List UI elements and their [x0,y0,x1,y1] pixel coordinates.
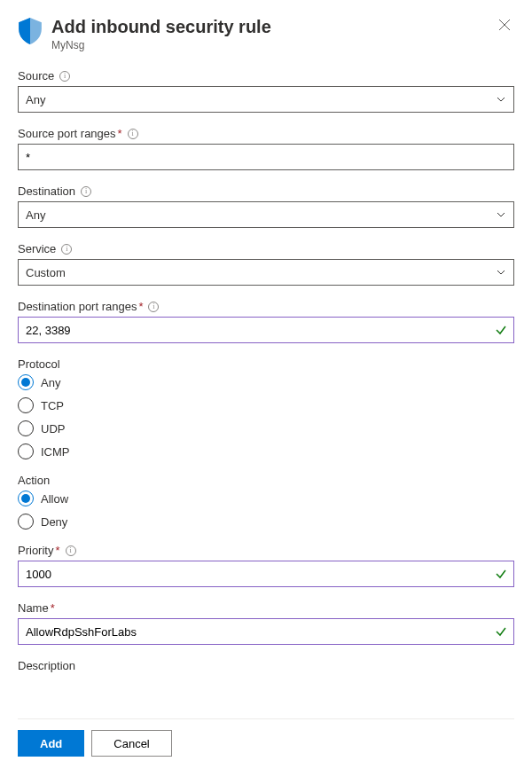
panel-subtitle: MyNsg [51,39,495,51]
protocol-option-tcp[interactable]: TCP [18,397,514,413]
protocol-option-any[interactable]: Any [18,374,514,390]
source-port-ranges-input[interactable] [18,144,514,170]
label-destination: Destination [18,184,75,198]
label-service: Service [18,242,56,255]
destination-dropdown-value: Any [26,208,45,222]
field-protocol: Protocol Any TCP UDP ICMP [18,357,514,459]
radio-icon [18,514,34,530]
add-button[interactable]: Add [18,730,84,757]
info-icon[interactable]: i [81,186,91,197]
close-icon [498,19,511,31]
info-icon[interactable]: i [61,244,72,255]
info-icon[interactable]: i [128,129,138,139]
radio-label: Allow [41,492,68,506]
form-body: Source i Any Source port ranges * i Dest… [18,69,514,718]
label-action: Action [18,474,50,487]
destination-port-ranges-input[interactable] [18,317,514,343]
protocol-option-icmp[interactable]: ICMP [18,443,514,459]
field-destination-port-ranges: Destination port ranges * i [18,300,514,343]
label-protocol: Protocol [18,357,60,371]
field-priority: Priority * i [18,544,514,587]
radio-icon [18,374,34,390]
label-source: Source [18,69,54,82]
label-name: Name [18,601,49,615]
checkmark-icon [495,324,507,336]
checkmark-icon [495,625,507,638]
field-source-port-ranges: Source port ranges * i [18,127,514,170]
radio-label: UDP [41,422,65,436]
label-destination-port-ranges: Destination port ranges [18,300,137,313]
cancel-button[interactable]: Cancel [91,730,171,757]
info-icon[interactable]: i [66,545,76,556]
source-dropdown-value: Any [26,93,45,106]
panel-header: Add inbound security rule MyNsg [18,16,514,51]
chevron-down-icon [496,94,506,105]
label-priority: Priority [18,544,53,557]
label-description: Description [18,659,514,672]
radio-label: Any [41,376,60,389]
radio-icon [18,420,34,436]
panel-footer: Add Cancel [18,718,514,769]
info-icon[interactable]: i [148,302,159,312]
label-source-port-ranges: Source port ranges [18,127,116,140]
protocol-radio-group: Any TCP UDP ICMP [18,374,514,459]
action-option-deny[interactable]: Deny [18,514,514,530]
radio-label: ICMP [41,445,70,459]
action-option-allow[interactable]: Allow [18,490,514,506]
radio-label: TCP [41,399,64,412]
name-input[interactable] [18,618,514,645]
field-name: Name * [18,601,514,645]
priority-input[interactable] [18,561,514,587]
required-marker: * [55,544,59,557]
checkmark-icon [495,568,507,580]
action-radio-group: Allow Deny [18,490,514,530]
chevron-down-icon [496,267,506,278]
field-destination: Destination i Any [18,184,514,228]
info-icon[interactable]: i [59,71,70,82]
radio-label: Deny [41,515,67,529]
required-marker: * [118,127,122,140]
field-source: Source i Any [18,69,514,113]
source-dropdown[interactable]: Any [18,86,514,113]
shield-icon [18,18,43,44]
service-dropdown[interactable]: Custom [18,259,514,286]
field-service: Service i Custom [18,242,514,286]
add-inbound-rule-panel: Add inbound security rule MyNsg Source i… [0,0,532,769]
close-button[interactable] [495,16,514,35]
chevron-down-icon [496,209,506,220]
radio-icon [18,443,34,459]
field-action: Action Allow Deny [18,474,514,530]
service-dropdown-value: Custom [26,266,66,279]
radio-icon [18,397,34,413]
radio-icon [18,490,34,506]
destination-dropdown[interactable]: Any [18,201,514,228]
required-marker: * [138,300,143,313]
required-marker: * [51,601,55,615]
protocol-option-udp[interactable]: UDP [18,420,514,436]
panel-title: Add inbound security rule [51,16,495,37]
